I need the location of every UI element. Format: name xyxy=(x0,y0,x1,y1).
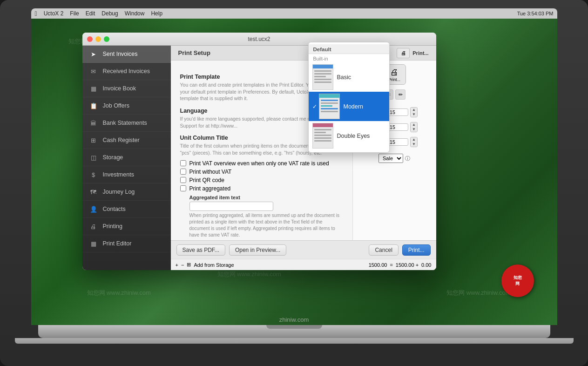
aggregated-label: Print aggregated xyxy=(189,185,231,192)
cancel-button[interactable]: Cancel xyxy=(369,244,398,256)
sidebar-item-journey-log[interactable]: 🗺 Journey Log xyxy=(82,183,171,201)
sidebar-label-invoice-book: Invoice Book xyxy=(103,85,136,92)
sidebar-item-received-invoices[interactable]: ✉ Received Invoices xyxy=(82,63,171,80)
sidebar-label-job-offers: Job Offers xyxy=(103,102,129,109)
print-editor-icon: ▦ xyxy=(89,239,98,248)
sidebar-item-sent-invoices[interactable]: ➤ Sent Invoices xyxy=(82,46,171,63)
checkbox-without-vat[interactable]: Print without VAT xyxy=(180,169,343,175)
menu-edit[interactable]: Edit xyxy=(86,10,95,17)
print-layout: Print Template You can edit and create p… xyxy=(171,61,436,240)
menu-help[interactable]: Help xyxy=(151,10,162,17)
minimize-button[interactable] xyxy=(95,36,101,42)
grid-icon: ⊞ xyxy=(187,262,191,268)
amount-3: 0.00 xyxy=(421,262,431,268)
vat-overview-checkbox[interactable] xyxy=(180,160,186,166)
header-actions: 🖨 Print... xyxy=(397,48,428,58)
aggregated-text-section: Aggregated item text When printing aggre… xyxy=(180,195,343,238)
date-stepper-2[interactable]: ▲ ▼ xyxy=(410,122,418,132)
menubar-left:  UctoX 2 File Edit Debug Window Help xyxy=(35,10,163,17)
sidebar-item-bank-statements[interactable]: 🏛 Bank Statements xyxy=(82,115,171,132)
check-icon: ✓ xyxy=(312,103,317,110)
sidebar-label-storage: Storage xyxy=(103,154,123,161)
amount-1: 1500.00 xyxy=(369,262,387,268)
watermark-5: 知您网 www.zhiniw.com xyxy=(87,289,151,297)
sidebar-item-cash-register[interactable]: ⊞ Cash Register xyxy=(82,132,171,149)
add-from-storage-label[interactable]: Add from Storage xyxy=(194,262,234,268)
invoice-book-icon: ▦ xyxy=(89,84,98,93)
watermark-7: 知您网 www.zhiniw.com xyxy=(217,270,281,278)
close-button[interactable] xyxy=(87,36,93,42)
bank-statements-icon: 🏛 xyxy=(89,118,98,128)
menu-debug[interactable]: Debug xyxy=(101,10,118,17)
sidebar-item-investments[interactable]: $ Investments xyxy=(82,166,171,183)
badge-line1: 知您 xyxy=(514,275,522,281)
print-icon-label: Print... xyxy=(388,77,400,82)
sent-invoices-icon: ➤ xyxy=(89,49,98,59)
date-stepper-3[interactable]: ▲ ▼ xyxy=(410,137,418,147)
sidebar-item-storage[interactable]: ◫ Storage xyxy=(82,149,171,166)
sidebar-label-bank-statements: Bank Statements xyxy=(103,120,147,126)
save-pdf-button[interactable]: Save as PDF... xyxy=(176,244,225,256)
sidebar-item-job-offers[interactable]: 📋 Job Offers xyxy=(82,97,171,115)
bottom-toolbar: Save as PDF... Open in Preview... Cancel… xyxy=(171,240,436,259)
without-vat-checkbox[interactable] xyxy=(180,169,186,175)
print-action-button[interactable]: Print... xyxy=(402,244,431,256)
agg-text-label: Aggregated item text xyxy=(189,195,343,200)
sidebar-item-contacts[interactable]: 👤 Contacts xyxy=(82,201,171,218)
app-name: UctoX 2 xyxy=(44,10,64,17)
laptop-base xyxy=(38,325,550,338)
menu-file[interactable]: File xyxy=(70,10,79,17)
date-stepper-1[interactable]: ▲ ▼ xyxy=(410,107,418,117)
checkbox-qr-code[interactable]: Print QR code xyxy=(180,177,343,183)
badge-line2: 网 xyxy=(515,281,520,287)
modern-thumb xyxy=(319,94,340,119)
storage-icon: ◫ xyxy=(89,153,98,162)
add-row-icon[interactable]: + xyxy=(176,262,178,268)
dropdown-item-double-eyes[interactable]: Double Eyes xyxy=(309,121,389,150)
dropdown-section-label: Built-in xyxy=(309,54,389,62)
investments-icon: $ xyxy=(89,170,98,179)
screen-bezel:  UctoX 2 File Edit Debug Window Help Tu… xyxy=(31,8,557,325)
clock: Tue 3:54:03 PM xyxy=(517,11,554,16)
job-offers-icon: 📋 xyxy=(89,101,98,110)
remove-row-icon[interactable]: − xyxy=(181,262,184,268)
watermark-6: 知您网 www.zhiniw.com xyxy=(446,289,510,297)
double-eyes-thumb xyxy=(312,123,333,149)
sidebar-item-print-editor[interactable]: ▦ Print Editor xyxy=(82,235,171,252)
dropdown-item-modern[interactable]: ✓ Modern xyxy=(309,92,389,121)
print-button-label[interactable]: Print... xyxy=(412,50,428,56)
menu-window[interactable]: Window xyxy=(125,10,145,17)
aggregated-checkbox[interactable] xyxy=(180,185,186,191)
contacts-icon: 👤 xyxy=(89,204,98,214)
bottom-table-row: + − ⊞ Add from Storage 1500.00 = 1500.00… xyxy=(171,259,436,270)
agg-desc-text: When printing aggregated, all items are … xyxy=(189,212,343,238)
modern-label: Modern xyxy=(344,103,363,110)
menubar:  UctoX 2 File Edit Debug Window Help Tu… xyxy=(31,8,557,19)
sidebar-label-sent-invoices: Sent Invoices xyxy=(103,51,138,57)
sidebar-item-printing[interactable]: 🖨 Printing xyxy=(82,218,171,235)
edit-icon[interactable]: ✏ xyxy=(395,89,406,100)
qr-code-checkbox[interactable] xyxy=(180,177,186,183)
aggregated-text-input[interactable] xyxy=(189,202,273,211)
desktop: 知您网 www.zhiniw.com 知您网 www.zhiniw.com 知您… xyxy=(31,19,557,325)
checkbox-aggregated[interactable]: Print aggregated xyxy=(180,185,343,192)
print-icon: 🖨 xyxy=(397,48,410,58)
window-title: test.ucx2 xyxy=(248,36,270,42)
laptop-outer:  UctoX 2 File Edit Debug Window Help Tu… xyxy=(0,0,588,366)
sidebar-label-journey-log: Journey Log xyxy=(103,189,135,195)
open-preview-button[interactable]: Open in Preview... xyxy=(229,244,286,256)
sale-info-icon: ⓘ xyxy=(405,155,410,162)
menu-items: File Edit Debug Window Help xyxy=(70,10,162,17)
maximize-button[interactable] xyxy=(104,36,109,42)
printing-icon: 🖨 xyxy=(89,222,98,231)
dropdown-item-basic[interactable]: Basic xyxy=(309,62,389,92)
sale-dropdown[interactable]: Sale xyxy=(378,154,403,163)
qr-code-label: Print QR code xyxy=(189,177,224,183)
basic-label: Basic xyxy=(337,74,351,81)
sidebar: ➤ Sent Invoices ✉ Received Invoices ▦ In… xyxy=(82,46,171,270)
checkbox-vat-overview[interactable]: Print VAT overview even when only one VA… xyxy=(180,160,343,167)
dropdown-header: Default xyxy=(309,44,389,54)
sale-section: Sale ⓘ xyxy=(378,154,410,163)
sidebar-item-invoice-book[interactable]: ▦ Invoice Book xyxy=(82,80,171,97)
basic-thumb xyxy=(312,64,333,90)
